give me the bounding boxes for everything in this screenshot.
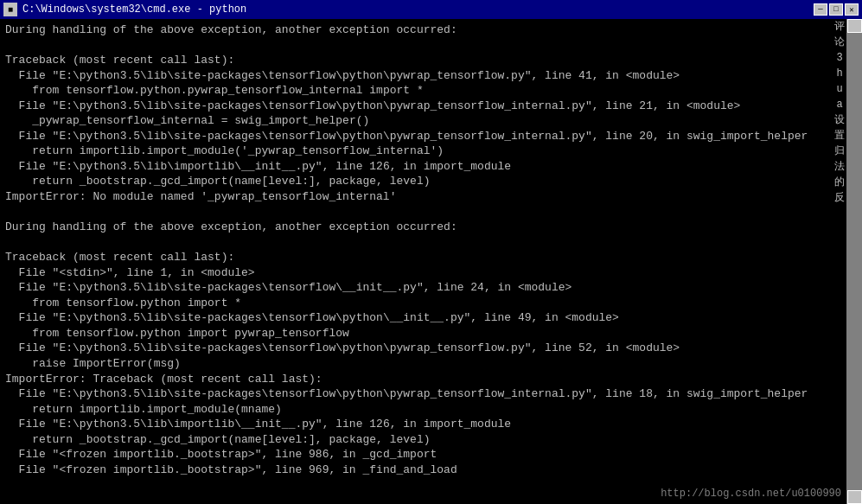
window: ■ C:\Windows\system32\cmd.exe - python ─… [0,0,862,504]
title-bar-buttons: ─ □ ✕ [814,3,859,16]
minimize-button[interactable]: ─ [814,3,827,16]
title-bar: ■ C:\Windows\system32\cmd.exe - python ─… [0,0,862,19]
watermark: http://blog.csdn.net/u0100990 [661,487,841,501]
scroll-down-button[interactable]: ▼ [847,490,862,504]
title-bar-left: ■ C:\Windows\system32\cmd.exe - python [3,3,246,16]
maximize-button[interactable]: □ [829,3,843,16]
scroll-track[interactable] [847,33,862,490]
close-button[interactable]: ✕ [845,3,859,16]
window-title: C:\Windows\system32\cmd.exe - python [22,3,246,16]
cmd-icon: ■ [3,3,17,16]
annotation-chars: 评 论 3 h u a 设 置 归 法 的 反 [834,19,845,206]
scrollbar[interactable]: ▲ ▼ [846,19,862,504]
scroll-up-button[interactable]: ▲ [847,19,862,33]
console-area: During handling of the above exception, … [0,19,862,504]
console-output: During handling of the above exception, … [5,22,857,477]
